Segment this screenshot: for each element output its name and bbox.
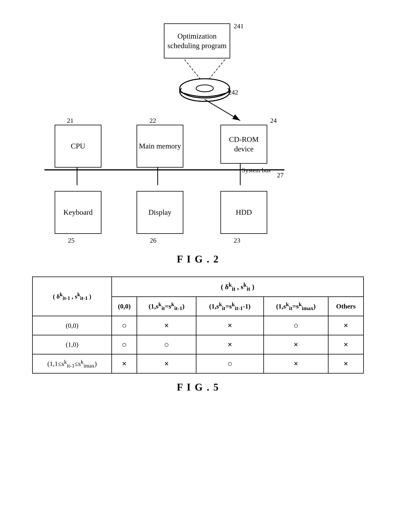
table-row: (1,0) ○ ○ × × × [33, 335, 364, 354]
col-header-3: (1,skit=skimax) [263, 297, 328, 316]
display-box: Display [137, 191, 183, 234]
cell-2-0: × [111, 354, 137, 373]
keyboard-num-label: 25 [68, 237, 75, 244]
cell-2-1: × [137, 354, 196, 373]
svg-point-6 [180, 82, 230, 101]
svg-point-2 [180, 79, 230, 98]
hdd-num-label: 23 [234, 237, 240, 244]
page-container: Optimization scheduling program 241 242 … [0, 0, 396, 532]
row-header-0: (0,0) [33, 316, 112, 335]
cell-0-0: ○ [111, 316, 137, 335]
cell-0-2: × [196, 316, 263, 335]
col-header-2: (1,skit=skit-1-1) [196, 297, 263, 316]
cpu-box: CPU [55, 125, 101, 168]
cell-1-2: × [196, 335, 263, 354]
hdd-label: HDD [236, 208, 252, 217]
fig2-diagram: Optimization scheduling program 241 242 … [16, 12, 380, 246]
display-num-label: 26 [150, 237, 157, 244]
row-header-1: (1,0) [33, 335, 112, 354]
fig2-title: F I G . 2 [16, 253, 380, 265]
cell-1-0: ○ [111, 335, 137, 354]
col-header-1: (1,skit=skit-1) [137, 297, 196, 316]
table-row: (0,0) ○ × × ○ × [33, 316, 364, 335]
cell-1-3: × [263, 335, 328, 354]
fig5-title: F I G . 5 [16, 381, 380, 393]
keyboard-box: Keyboard [55, 191, 101, 234]
mainmem-num-label: 22 [149, 117, 156, 124]
cell-2-4: × [328, 354, 364, 373]
svg-point-3 [196, 85, 213, 92]
row-header-2: (1,1≤skit-1≤skimax) [33, 354, 112, 373]
opt-num-label: 241 [234, 23, 244, 30]
fig5-table: ( δkit-1 , skit-1 ) ( δkit , skit ) (0,0… [32, 277, 364, 374]
cpu-num-label: 21 [67, 117, 74, 124]
cell-1-1: ○ [137, 335, 196, 354]
cell-1-4: × [328, 335, 364, 354]
cpu-label: CPU [71, 141, 85, 151]
col-header-others: Others [328, 297, 364, 316]
opt-program-box: Optimization scheduling program [164, 23, 230, 58]
mainmem-box: Main memory [137, 125, 183, 168]
cell-0-3: ○ [263, 316, 328, 335]
cell-2-2: ○ [196, 354, 263, 373]
opt-program-label: Optimization scheduling program [164, 31, 230, 51]
col-header-0: (0,0) [111, 297, 137, 316]
cell-2-3: × [263, 354, 328, 373]
cell-0-4: × [328, 316, 364, 335]
hdd-box: HDD [221, 191, 267, 234]
sysbus-num-label: 27 [277, 171, 284, 179]
fig5-table-container: ( δkit-1 , skit-1 ) ( δkit , skit ) (0,0… [32, 277, 364, 374]
cdrom-label: CD-ROM device [221, 135, 267, 154]
cdrom-num-label: 24 [270, 117, 277, 124]
keyboard-label: Keyboard [63, 208, 93, 217]
sysbus-text-label: System bus [242, 167, 271, 174]
cell-0-1: × [137, 316, 196, 335]
disc-num-label: 242 [228, 89, 238, 96]
svg-line-0 [185, 60, 205, 85]
cdrom-box: CD-ROM device [221, 125, 267, 164]
table-row-col-header: ( δkit-1 , skit-1 ) [33, 277, 112, 316]
table-col-main-header: ( δkit , skit ) [111, 277, 363, 297]
display-label: Display [148, 208, 171, 217]
fig5-section: ( δkit-1 , skit-1 ) ( δkit , skit ) (0,0… [16, 277, 380, 393]
svg-line-1 [205, 60, 225, 85]
mainmem-label: Main memory [139, 141, 181, 151]
table-row: (1,1≤skit-1≤skimax) × × ○ × × [33, 354, 364, 373]
svg-line-7 [205, 99, 240, 120]
